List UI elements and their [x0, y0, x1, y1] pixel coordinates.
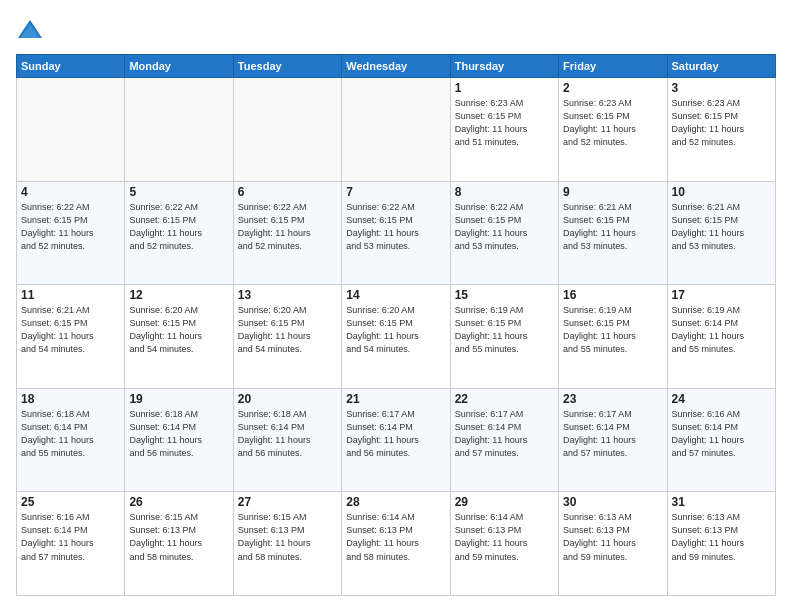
- day-number: 30: [563, 495, 662, 509]
- calendar-cell: 27Sunrise: 6:15 AM Sunset: 6:13 PM Dayli…: [233, 492, 341, 596]
- day-number: 5: [129, 185, 228, 199]
- calendar-cell: 2Sunrise: 6:23 AM Sunset: 6:15 PM Daylig…: [559, 78, 667, 182]
- col-header-sunday: Sunday: [17, 55, 125, 78]
- day-info: Sunrise: 6:15 AM Sunset: 6:13 PM Dayligh…: [129, 511, 228, 563]
- calendar-cell: 11Sunrise: 6:21 AM Sunset: 6:15 PM Dayli…: [17, 285, 125, 389]
- day-number: 28: [346, 495, 445, 509]
- day-number: 23: [563, 392, 662, 406]
- day-number: 11: [21, 288, 120, 302]
- day-number: 18: [21, 392, 120, 406]
- day-info: Sunrise: 6:19 AM Sunset: 6:15 PM Dayligh…: [455, 304, 554, 356]
- day-info: Sunrise: 6:21 AM Sunset: 6:15 PM Dayligh…: [21, 304, 120, 356]
- day-info: Sunrise: 6:23 AM Sunset: 6:15 PM Dayligh…: [455, 97, 554, 149]
- day-info: Sunrise: 6:21 AM Sunset: 6:15 PM Dayligh…: [563, 201, 662, 253]
- header: [16, 16, 776, 44]
- week-row-2: 4Sunrise: 6:22 AM Sunset: 6:15 PM Daylig…: [17, 181, 776, 285]
- day-number: 4: [21, 185, 120, 199]
- day-info: Sunrise: 6:20 AM Sunset: 6:15 PM Dayligh…: [129, 304, 228, 356]
- day-info: Sunrise: 6:17 AM Sunset: 6:14 PM Dayligh…: [563, 408, 662, 460]
- calendar-cell: 22Sunrise: 6:17 AM Sunset: 6:14 PM Dayli…: [450, 388, 558, 492]
- day-info: Sunrise: 6:14 AM Sunset: 6:13 PM Dayligh…: [455, 511, 554, 563]
- day-number: 12: [129, 288, 228, 302]
- logo-icon: [16, 16, 44, 44]
- day-number: 1: [455, 81, 554, 95]
- col-header-thursday: Thursday: [450, 55, 558, 78]
- calendar-cell: 14Sunrise: 6:20 AM Sunset: 6:15 PM Dayli…: [342, 285, 450, 389]
- calendar-cell: 16Sunrise: 6:19 AM Sunset: 6:15 PM Dayli…: [559, 285, 667, 389]
- day-number: 21: [346, 392, 445, 406]
- day-info: Sunrise: 6:14 AM Sunset: 6:13 PM Dayligh…: [346, 511, 445, 563]
- calendar-cell: 18Sunrise: 6:18 AM Sunset: 6:14 PM Dayli…: [17, 388, 125, 492]
- day-number: 26: [129, 495, 228, 509]
- calendar-cell: 21Sunrise: 6:17 AM Sunset: 6:14 PM Dayli…: [342, 388, 450, 492]
- calendar-cell: 6Sunrise: 6:22 AM Sunset: 6:15 PM Daylig…: [233, 181, 341, 285]
- day-number: 14: [346, 288, 445, 302]
- day-info: Sunrise: 6:18 AM Sunset: 6:14 PM Dayligh…: [21, 408, 120, 460]
- day-info: Sunrise: 6:22 AM Sunset: 6:15 PM Dayligh…: [346, 201, 445, 253]
- day-number: 25: [21, 495, 120, 509]
- day-number: 27: [238, 495, 337, 509]
- week-row-5: 25Sunrise: 6:16 AM Sunset: 6:14 PM Dayli…: [17, 492, 776, 596]
- day-info: Sunrise: 6:16 AM Sunset: 6:14 PM Dayligh…: [672, 408, 771, 460]
- calendar-cell: 29Sunrise: 6:14 AM Sunset: 6:13 PM Dayli…: [450, 492, 558, 596]
- col-header-friday: Friday: [559, 55, 667, 78]
- week-row-1: 1Sunrise: 6:23 AM Sunset: 6:15 PM Daylig…: [17, 78, 776, 182]
- day-info: Sunrise: 6:22 AM Sunset: 6:15 PM Dayligh…: [238, 201, 337, 253]
- day-info: Sunrise: 6:19 AM Sunset: 6:14 PM Dayligh…: [672, 304, 771, 356]
- day-number: 31: [672, 495, 771, 509]
- calendar-cell: 17Sunrise: 6:19 AM Sunset: 6:14 PM Dayli…: [667, 285, 775, 389]
- week-row-3: 11Sunrise: 6:21 AM Sunset: 6:15 PM Dayli…: [17, 285, 776, 389]
- calendar-cell: [342, 78, 450, 182]
- day-info: Sunrise: 6:22 AM Sunset: 6:15 PM Dayligh…: [21, 201, 120, 253]
- day-number: 3: [672, 81, 771, 95]
- calendar-header-row: SundayMondayTuesdayWednesdayThursdayFrid…: [17, 55, 776, 78]
- day-info: Sunrise: 6:16 AM Sunset: 6:14 PM Dayligh…: [21, 511, 120, 563]
- calendar-cell: [17, 78, 125, 182]
- calendar-cell: 10Sunrise: 6:21 AM Sunset: 6:15 PM Dayli…: [667, 181, 775, 285]
- calendar-cell: 15Sunrise: 6:19 AM Sunset: 6:15 PM Dayli…: [450, 285, 558, 389]
- day-info: Sunrise: 6:23 AM Sunset: 6:15 PM Dayligh…: [672, 97, 771, 149]
- day-number: 9: [563, 185, 662, 199]
- day-info: Sunrise: 6:22 AM Sunset: 6:15 PM Dayligh…: [129, 201, 228, 253]
- calendar-cell: 7Sunrise: 6:22 AM Sunset: 6:15 PM Daylig…: [342, 181, 450, 285]
- day-number: 20: [238, 392, 337, 406]
- week-row-4: 18Sunrise: 6:18 AM Sunset: 6:14 PM Dayli…: [17, 388, 776, 492]
- calendar-cell: 5Sunrise: 6:22 AM Sunset: 6:15 PM Daylig…: [125, 181, 233, 285]
- calendar-cell: 9Sunrise: 6:21 AM Sunset: 6:15 PM Daylig…: [559, 181, 667, 285]
- day-number: 19: [129, 392, 228, 406]
- calendar-cell: 23Sunrise: 6:17 AM Sunset: 6:14 PM Dayli…: [559, 388, 667, 492]
- day-info: Sunrise: 6:13 AM Sunset: 6:13 PM Dayligh…: [672, 511, 771, 563]
- col-header-monday: Monday: [125, 55, 233, 78]
- calendar-cell: 20Sunrise: 6:18 AM Sunset: 6:14 PM Dayli…: [233, 388, 341, 492]
- day-number: 13: [238, 288, 337, 302]
- calendar-cell: 31Sunrise: 6:13 AM Sunset: 6:13 PM Dayli…: [667, 492, 775, 596]
- day-number: 15: [455, 288, 554, 302]
- day-number: 24: [672, 392, 771, 406]
- day-info: Sunrise: 6:19 AM Sunset: 6:15 PM Dayligh…: [563, 304, 662, 356]
- calendar-cell: 28Sunrise: 6:14 AM Sunset: 6:13 PM Dayli…: [342, 492, 450, 596]
- day-info: Sunrise: 6:23 AM Sunset: 6:15 PM Dayligh…: [563, 97, 662, 149]
- col-header-saturday: Saturday: [667, 55, 775, 78]
- calendar-cell: 30Sunrise: 6:13 AM Sunset: 6:13 PM Dayli…: [559, 492, 667, 596]
- day-number: 10: [672, 185, 771, 199]
- day-info: Sunrise: 6:18 AM Sunset: 6:14 PM Dayligh…: [238, 408, 337, 460]
- calendar-table: SundayMondayTuesdayWednesdayThursdayFrid…: [16, 54, 776, 596]
- page: SundayMondayTuesdayWednesdayThursdayFrid…: [0, 0, 792, 612]
- day-number: 16: [563, 288, 662, 302]
- calendar-cell: 13Sunrise: 6:20 AM Sunset: 6:15 PM Dayli…: [233, 285, 341, 389]
- day-info: Sunrise: 6:18 AM Sunset: 6:14 PM Dayligh…: [129, 408, 228, 460]
- calendar-cell: 24Sunrise: 6:16 AM Sunset: 6:14 PM Dayli…: [667, 388, 775, 492]
- calendar-cell: 19Sunrise: 6:18 AM Sunset: 6:14 PM Dayli…: [125, 388, 233, 492]
- calendar-cell: 8Sunrise: 6:22 AM Sunset: 6:15 PM Daylig…: [450, 181, 558, 285]
- day-number: 17: [672, 288, 771, 302]
- day-info: Sunrise: 6:15 AM Sunset: 6:13 PM Dayligh…: [238, 511, 337, 563]
- day-info: Sunrise: 6:20 AM Sunset: 6:15 PM Dayligh…: [238, 304, 337, 356]
- day-info: Sunrise: 6:22 AM Sunset: 6:15 PM Dayligh…: [455, 201, 554, 253]
- calendar-cell: 4Sunrise: 6:22 AM Sunset: 6:15 PM Daylig…: [17, 181, 125, 285]
- logo: [16, 16, 48, 44]
- day-number: 7: [346, 185, 445, 199]
- day-info: Sunrise: 6:20 AM Sunset: 6:15 PM Dayligh…: [346, 304, 445, 356]
- calendar-cell: 25Sunrise: 6:16 AM Sunset: 6:14 PM Dayli…: [17, 492, 125, 596]
- col-header-wednesday: Wednesday: [342, 55, 450, 78]
- day-number: 8: [455, 185, 554, 199]
